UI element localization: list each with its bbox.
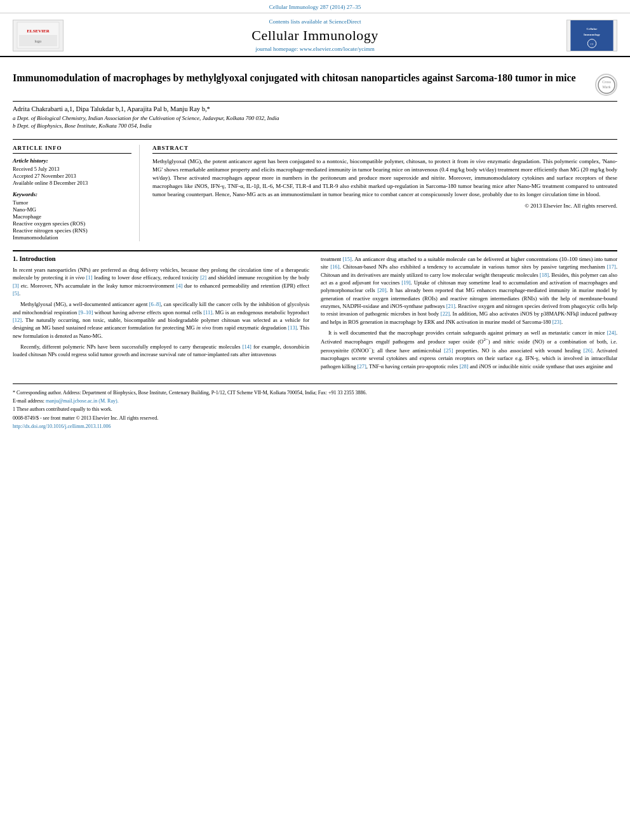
page-wrapper: Cellular Immunology 287 (2014) 27–35 ELS… [0,0,630,840]
journal-title: Cellular Immunology [76,27,554,44]
info-abstract-section: ARTICLE INFO Article history: Received 5… [13,139,617,241]
section1-title: 1. Introduction [13,255,309,262]
cellular-immunology-logo: Cellular Immunology CI [566,20,617,51]
svg-text:Cellular: Cellular [587,27,598,30]
svg-text:logo: logo [35,39,42,43]
journal-citation: Cellular Immunology 287 (2014) 27–35 [269,4,361,10]
accepted-date: Accepted 27 November 2013 [13,173,131,179]
email-link[interactable]: manju@mail.jcbose.ac.in (M. Ray). [46,398,119,404]
authors-line: Adrita Chakrabarti a,1, Dipa Talukdar b,… [13,105,617,112]
keyword-2: Nano-MG [13,206,131,213]
keywords-label: Keywords: [13,191,131,197]
top-bar: Cellular Immunology 287 (2014) 27–35 [0,0,630,13]
svg-text:CI: CI [591,43,594,46]
journal-homepage: journal homepage: www.elsevier.com/locat… [76,46,554,52]
affiliation-a: a Dept. of Biological Chemistry, Indian … [13,115,617,121]
journal-info-center: Contents lists available at ScienceDirec… [76,18,554,52]
article-info-col: ARTICLE INFO Article history: Received 5… [13,145,140,241]
doi-link: http://dx.doi.org/10.1016/j.cellimm.2013… [13,423,617,430]
contents-available-line: Contents lists available at ScienceDirec… [76,18,554,25]
copyright-footer: 0008-8749/$ - see front matter © 2013 El… [13,415,617,422]
abstract-text: Methylglyoxal (MG), the potent anticance… [152,157,617,199]
section1-body-right: treatment [15]. An anticancer drug attac… [321,255,617,370]
body-left-col: 1. Introduction In recent years nanopart… [13,255,309,373]
available-date: Available online 8 December 2013 [13,180,131,186]
elsevier-logo: ELSEVIER logo [13,20,64,51]
crossmark-badge: Cross Mark [595,74,617,96]
article-info-header: ARTICLE INFO [13,145,131,154]
keyword-6: Immunomodulation [13,234,131,241]
received-date: Received 5 July 2013 [13,166,131,172]
body-content: 1. Introduction In recent years nanopart… [13,250,617,373]
footnote-equal-contribution: 1 These authors contributed equally to t… [13,406,617,413]
abstract-header: ABSTRACT [152,145,617,154]
footnote-corresponding: * Corresponding author. Address: Departm… [13,389,617,396]
journal-logo-right: Cellular Immunology CI [554,20,617,51]
keyword-3: Macrophage [13,213,131,220]
affiliation-b: b Dept. of Biophysics, Bose Institute, K… [13,123,617,129]
keyword-1: Tumor [13,199,131,206]
svg-text:Immunology: Immunology [584,33,601,36]
svg-text:Cross: Cross [602,80,611,84]
abstract-col: ABSTRACT Methylglyoxal (MG), the potent … [152,145,617,241]
history-label: Article history: [13,157,131,164]
homepage-url[interactable]: www.elsevier.com/locate/ycimm [300,46,375,52]
article-title-section: Immunomodulation of macrophages by methy… [13,63,617,102]
svg-text:Mark: Mark [602,85,610,89]
keyword-5: Reactive nitrogen species (RNS) [13,227,131,234]
svg-text:ELSEVIER: ELSEVIER [27,29,50,34]
copyright-line: © 2013 Elsevier Inc. All rights reserved… [152,203,617,209]
keyword-4: Reactive oxygen species (ROS) [13,220,131,227]
journal-header: ELSEVIER logo Contents lists available a… [0,13,630,57]
elsevier-logo-area: ELSEVIER logo [13,20,76,51]
footnote-email: E-mail address: manju@mail.jcbose.ac.in … [13,397,617,404]
page-footer: * Corresponding author. Address: Departm… [13,383,617,430]
authors-section: Adrita Chakrabarti a,1, Dipa Talukdar b,… [13,102,617,133]
article-title: Immunomodulation of macrophages by methy… [13,71,595,85]
body-right-col: treatment [15]. An anticancer drug attac… [321,255,617,373]
these-word: these [606,175,618,181]
article-content: Immunomodulation of macrophages by methy… [0,57,630,437]
keywords-section: Keywords: Tumor Nano-MG Macrophage React… [13,191,131,241]
sciencedirect-link[interactable]: ScienceDirect [329,18,361,25]
section1-body: In recent years nanoparticles (NPs) are … [13,266,309,358]
